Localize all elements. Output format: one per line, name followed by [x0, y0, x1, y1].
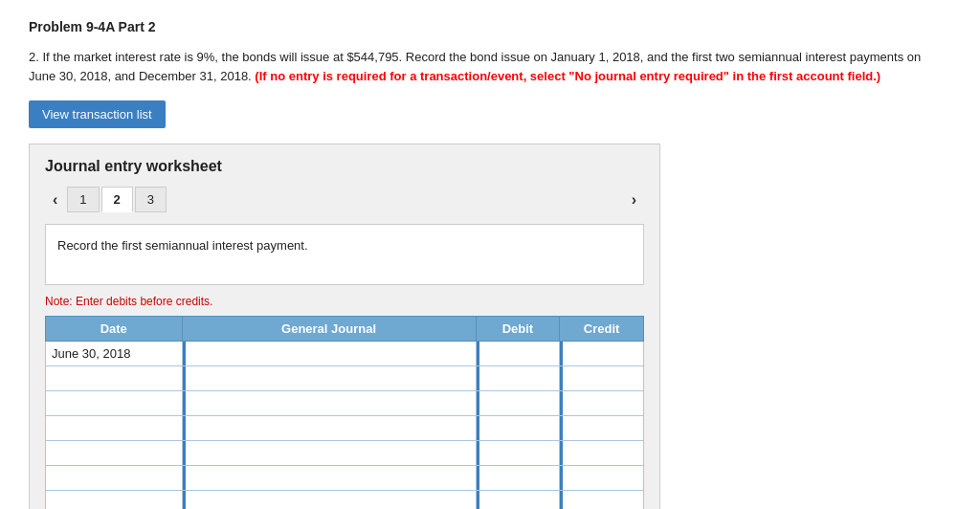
debit-cell[interactable]	[476, 491, 560, 510]
credit-cell[interactable]	[560, 366, 644, 391]
debit-input[interactable]	[477, 366, 560, 390]
debit-input[interactable]	[477, 491, 560, 509]
credit-cell[interactable]	[560, 416, 644, 441]
date-cell	[46, 441, 183, 466]
col-header-gj: General Journal	[182, 317, 476, 342]
debit-input[interactable]	[477, 416, 560, 440]
credit-cell[interactable]	[560, 491, 644, 510]
problem-title: Problem 9-4A Part 2	[29, 19, 951, 34]
tab-1[interactable]: 1	[67, 187, 99, 212]
general-journal-cell[interactable]	[182, 491, 476, 510]
debit-input[interactable]	[477, 441, 560, 465]
table-row	[46, 466, 644, 491]
col-header-credit: Credit	[560, 317, 644, 342]
journal-table: Date General Journal Debit Credit June 3…	[45, 316, 644, 509]
credit-cell[interactable]	[560, 391, 644, 416]
table-row	[46, 416, 644, 441]
credit-input[interactable]	[560, 342, 643, 365]
general-journal-cell[interactable]	[182, 391, 476, 416]
instructions-bold-red: (If no entry is required for a transacti…	[255, 69, 880, 83]
gj-input[interactable]	[183, 491, 476, 509]
credit-input[interactable]	[560, 416, 643, 440]
gj-input[interactable]	[183, 391, 476, 415]
date-cell: June 30, 2018	[46, 342, 183, 366]
credit-input[interactable]	[560, 391, 643, 415]
general-journal-cell[interactable]	[182, 416, 476, 441]
gj-input[interactable]	[183, 441, 476, 465]
debit-cell[interactable]	[476, 441, 560, 466]
debit-cell[interactable]	[476, 416, 560, 441]
credit-input[interactable]	[560, 366, 643, 390]
date-cell	[46, 416, 183, 441]
debit-cell[interactable]	[476, 466, 560, 491]
gj-input[interactable]	[183, 416, 476, 440]
tab-3[interactable]: 3	[135, 187, 167, 212]
debit-input[interactable]	[477, 466, 560, 490]
table-row	[46, 441, 644, 466]
date-cell	[46, 391, 183, 416]
credit-input[interactable]	[560, 441, 643, 465]
view-transaction-list-button[interactable]: View transaction list	[29, 100, 166, 128]
note-text: Note: Enter debits before credits.	[45, 295, 644, 308]
credit-cell[interactable]	[560, 342, 644, 366]
worksheet-container: Journal entry worksheet ‹ 1 2 3 › Record…	[29, 144, 660, 509]
general-journal-cell[interactable]	[182, 342, 476, 366]
general-journal-cell[interactable]	[182, 441, 476, 466]
prev-tab-arrow[interactable]: ‹	[45, 188, 65, 212]
date-cell	[46, 366, 183, 391]
gj-input[interactable]	[183, 466, 476, 490]
debit-input[interactable]	[477, 391, 560, 415]
col-header-date: Date	[46, 317, 183, 342]
next-tab-arrow[interactable]: ›	[624, 188, 644, 212]
credit-input[interactable]	[560, 466, 643, 490]
instruction-text: Record the first semiannual interest pay…	[57, 238, 308, 253]
date-cell	[46, 466, 183, 491]
general-journal-cell[interactable]	[182, 466, 476, 491]
table-row	[46, 391, 644, 416]
general-journal-cell[interactable]	[182, 366, 476, 391]
tab-navigation: ‹ 1 2 3 ›	[45, 187, 644, 212]
worksheet-title: Journal entry worksheet	[45, 158, 644, 175]
col-header-debit: Debit	[476, 317, 560, 342]
instructions: 2. If the market interest rate is 9%, th…	[29, 48, 947, 85]
gj-input[interactable]	[183, 342, 476, 365]
date-cell	[46, 491, 183, 510]
credit-cell[interactable]	[560, 466, 644, 491]
credit-cell[interactable]	[560, 441, 644, 466]
instruction-box: Record the first semiannual interest pay…	[45, 224, 644, 285]
debit-cell[interactable]	[476, 391, 560, 416]
table-row: June 30, 2018	[46, 342, 644, 366]
table-row	[46, 491, 644, 510]
gj-input[interactable]	[183, 366, 476, 390]
credit-input[interactable]	[560, 491, 643, 509]
debit-cell[interactable]	[476, 342, 560, 366]
debit-input[interactable]	[477, 342, 560, 365]
tab-2[interactable]: 2	[101, 187, 133, 212]
table-row	[46, 366, 644, 391]
debit-cell[interactable]	[476, 366, 560, 391]
